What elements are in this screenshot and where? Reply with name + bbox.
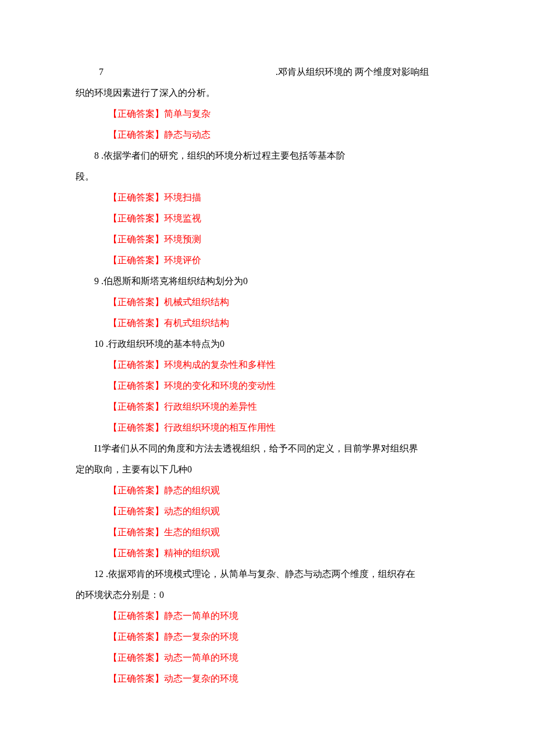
- answer-12-2: 【正确答案】静态一复杂的环境: [108, 630, 459, 644]
- answer-11-2: 【正确答案】动态的组织观: [108, 504, 459, 518]
- question-11: I1学者们从不同的角度和方法去透视组织，给予不同的定义，目前学界对组织界: [76, 442, 459, 456]
- answer-12-4: 【正确答案】动态一复杂的环境: [108, 672, 459, 686]
- question-8-cont: 段。: [76, 170, 459, 184]
- question-7-text-after: .邓肯从组织环境的 两个维度对影响组: [276, 67, 429, 77]
- answer-8-1: 【正确答案】环境扫描: [108, 191, 459, 205]
- question-7-line2: 织的环境因素进行了深入的分析。: [76, 86, 459, 100]
- answer-11-1: 【正确答案】静态的组织观: [108, 483, 459, 497]
- answer-8-2: 【正确答案】环境监视: [108, 212, 459, 225]
- answer-10-4: 【正确答案】行政组织环境的相互作用性: [108, 421, 459, 435]
- answer-9-1: 【正确答案】机械式组织结构: [108, 295, 459, 309]
- question-12-cont: 的环境状态分别是：0: [76, 588, 459, 602]
- question-7-line1: 7 .邓肯从组织环境的 两个维度对影响组: [76, 65, 459, 79]
- answer-12-1: 【正确答案】静态一简单的环境: [108, 609, 459, 623]
- answer-10-1: 【正确答案】环境构成的复杂性和多样性: [108, 358, 459, 372]
- answer-12-3: 【正确答案】动态一简单的环境: [108, 651, 459, 665]
- document-page: 7 .邓肯从组织环境的 两个维度对影响组 织的环境因素进行了深入的分析。 【正确…: [0, 0, 535, 728]
- answer-8-3: 【正确答案】环境预测: [108, 232, 459, 246]
- answer-11-3: 【正确答案】生态的组织观: [108, 525, 459, 539]
- answer-10-3: 【正确答案】行政组织环境的差异性: [108, 400, 459, 414]
- answer-9-2: 【正确答案】有机式组织结构: [108, 316, 459, 330]
- question-9: 9 .伯恩斯和斯塔克将组织结构划分为0: [76, 274, 459, 288]
- answer-8-4: 【正确答案】环境评价: [108, 253, 459, 267]
- question-11-cont: 定的取向，主要有以下几种0: [76, 463, 459, 476]
- question-12: 12 .依据邓肯的环境模式理论，从简单与复杂、静态与动态两个维度，组织存在: [76, 567, 459, 581]
- answer-7-1: 【正确答案】简单与复杂: [108, 107, 459, 121]
- answer-11-4: 【正确答案】精神的组织观: [108, 546, 459, 560]
- question-7-number: 7: [76, 65, 104, 79]
- question-10: 10 .行政组织环境的基本特点为0: [76, 337, 459, 351]
- answer-10-2: 【正确答案】环境的变化和环境的变动性: [108, 379, 459, 393]
- question-8: 8 .依据学者们的研究，组织的环境分析过程主要包括等基本阶: [76, 149, 459, 163]
- answer-7-2: 【正确答案】静态与动态: [108, 128, 459, 142]
